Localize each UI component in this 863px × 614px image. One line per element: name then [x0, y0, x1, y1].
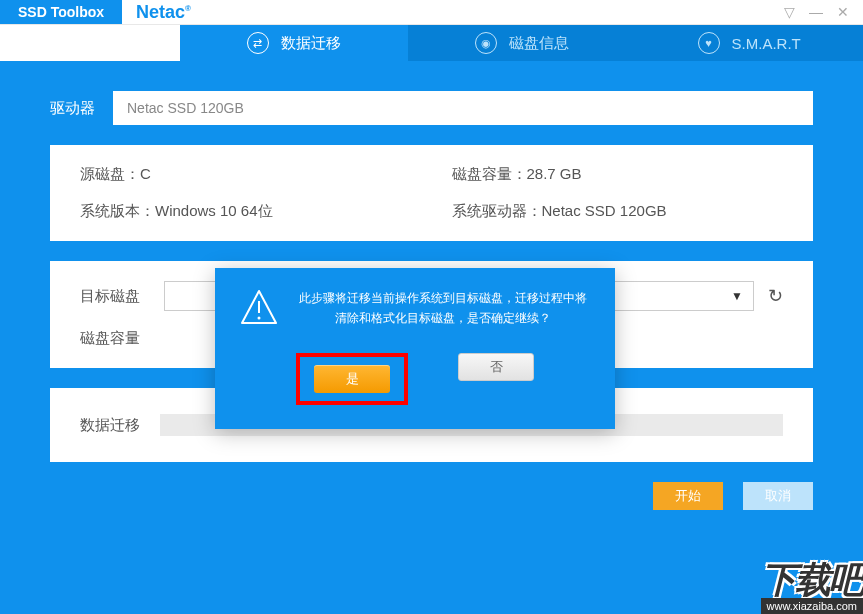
chevron-down-icon: ▼ [731, 289, 743, 303]
refresh-icon[interactable]: ↻ [768, 285, 783, 307]
close-button[interactable]: ✕ [837, 4, 849, 20]
yes-button[interactable]: 是 [314, 365, 390, 393]
confirm-dialog: 此步骤将迁移当前操作系统到目标磁盘，迁移过程中将清除和格式化目标磁盘，是否确定继… [215, 268, 615, 429]
driver-select[interactable]: Netac SSD 120GB [113, 91, 813, 125]
smart-icon: ♥ [698, 32, 720, 54]
dialog-message: 此步骤将迁移当前操作系统到目标磁盘，迁移过程中将清除和格式化目标磁盘，是否确定继… [295, 288, 591, 329]
source-disk: 源磁盘：C [80, 165, 412, 184]
target-capacity-label: 磁盘容量 [80, 329, 150, 348]
tab-data-migration[interactable]: ⇄ 数据迁移 [180, 25, 408, 61]
warning-icon [239, 288, 279, 328]
driver-label: 驱动器 [50, 99, 95, 118]
minimize-button[interactable]: — [809, 4, 823, 20]
dropdown-icon[interactable]: ▽ [784, 4, 795, 20]
system-driver: 系统驱动器：Netac SSD 120GB [452, 202, 784, 221]
disk-capacity: 磁盘容量：28.7 GB [452, 165, 784, 184]
titlebar: SSD Toolbox Netac® ▽ — ✕ [0, 0, 863, 25]
watermark: 下载吧 www.xiazaiba.com [761, 564, 863, 614]
start-button[interactable]: 开始 [653, 482, 723, 510]
disk-icon: ◉ [475, 32, 497, 54]
highlight-annotation: 是 [296, 353, 408, 405]
action-row: 开始 取消 [50, 482, 813, 510]
os-version: 系统版本：Windows 10 64位 [80, 202, 412, 221]
brand-logo: Netac® [136, 2, 191, 23]
app-title: SSD Toolbox [0, 0, 122, 24]
source-info-panel: 源磁盘：C 磁盘容量：28.7 GB 系统版本：Windows 10 64位 系… [50, 145, 813, 241]
window-controls: ▽ — ✕ [784, 4, 863, 20]
tab-smart[interactable]: ♥ S.M.A.R.T [635, 25, 863, 61]
migrate-icon: ⇄ [247, 32, 269, 54]
target-disk-label: 目标磁盘 [80, 287, 150, 306]
tab-bar: ⇄ 数据迁移 ◉ 磁盘信息 ♥ S.M.A.R.T [0, 25, 863, 61]
migrate-label: 数据迁移 [80, 416, 140, 435]
cancel-button[interactable]: 取消 [743, 482, 813, 510]
no-button[interactable]: 否 [458, 353, 534, 381]
tab-disk-info[interactable]: ◉ 磁盘信息 [408, 25, 636, 61]
svg-point-1 [258, 317, 261, 320]
driver-selector-row: 驱动器 Netac SSD 120GB [50, 91, 813, 125]
